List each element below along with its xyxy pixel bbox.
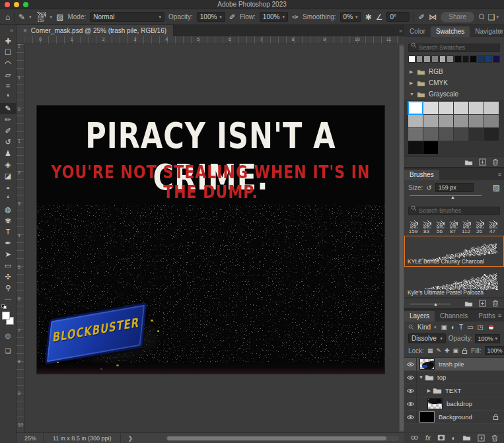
- thumbnail-size-slider[interactable]: ▲: [410, 301, 450, 306]
- brush-preset-picker[interactable]: 159: [36, 11, 46, 23]
- close-window-button[interactable]: [5, 2, 10, 7]
- quick-mask-icon[interactable]: ◎: [5, 331, 11, 341]
- brush-preset[interactable]: KYLE Bonus Chunky Charcoal: [404, 236, 504, 267]
- pasteboard[interactable]: PIRACY ISN'T A CRIME. YOU'RE NOT STEALIN…: [24, 44, 399, 432]
- swatch-group-cmyk[interactable]: ▶CMYK: [404, 77, 504, 88]
- foreground-color-chip[interactable]: [2, 312, 10, 320]
- swatch[interactable]: [423, 128, 438, 141]
- pressure-size-icon[interactable]: ✐: [418, 13, 425, 21]
- brush-angle-input[interactable]: 0°: [386, 12, 410, 22]
- tool-hand-tool[interactable]: ✣: [0, 271, 17, 283]
- layer-visibility-toggle[interactable]: [404, 358, 417, 370]
- swatch[interactable]: [462, 55, 470, 63]
- smoothing-gear-icon[interactable]: ✱: [365, 13, 372, 21]
- brush-tip[interactable]: 47: [486, 220, 499, 234]
- filter-toggle-icon[interactable]: [489, 325, 493, 329]
- chevron-down-icon[interactable]: ▾: [50, 15, 53, 20]
- layer-visibility-toggle[interactable]: [404, 384, 417, 397]
- brush-tip[interactable]: 56: [433, 220, 446, 234]
- layer-effects-icon[interactable]: fx: [425, 434, 431, 442]
- tool-eyedropper-tool[interactable]: ❜: [0, 92, 17, 103]
- lock-transparency-icon[interactable]: ▦: [427, 347, 433, 354]
- brush-settings-panel-toggle-icon[interactable]: ▨: [56, 13, 63, 21]
- lock-artboard-icon[interactable]: ▣: [453, 347, 459, 354]
- foreground-background-colors[interactable]: [1, 308, 15, 325]
- new-layer-group-icon[interactable]: [462, 434, 471, 441]
- tool-rectangle-tool[interactable]: ▭: [0, 260, 17, 271]
- flow-dropdown[interactable]: 100%▾: [260, 12, 288, 22]
- ruler-corner[interactable]: [17, 36, 24, 44]
- horizontal-scrollbar[interactable]: [166, 436, 399, 441]
- tool-dodge-tool[interactable]: ◍: [0, 204, 17, 215]
- search-icon[interactable]: [478, 13, 484, 21]
- add-layer-mask-icon[interactable]: [437, 434, 445, 441]
- delete-swatch-icon[interactable]: [492, 158, 499, 166]
- brush-tool-icon[interactable]: ✎: [18, 13, 25, 21]
- layer-visibility-toggle[interactable]: [404, 411, 417, 423]
- close-tab-icon[interactable]: ×: [23, 27, 27, 34]
- new-brush-group-icon[interactable]: [464, 300, 473, 307]
- minimize-window-button[interactable]: [14, 2, 19, 7]
- document-tab[interactable]: × Comer_mask.psd @ 25% (trash pile, RGB/…: [17, 25, 174, 36]
- swatch[interactable]: [486, 55, 493, 63]
- chevron-down-icon[interactable]: ▾: [29, 15, 32, 20]
- slider-thumb[interactable]: ▲: [450, 195, 455, 199]
- swatch[interactable]: [408, 141, 423, 154]
- brush-tip[interactable]: 26: [473, 220, 486, 234]
- swatch[interactable]: [470, 55, 477, 63]
- symmetry-butterfly-icon[interactable]: ⋈: [429, 13, 437, 21]
- brush-size-input[interactable]: 159 px: [435, 183, 474, 192]
- smoothing-dropdown[interactable]: 0%▾: [340, 12, 361, 22]
- swatch[interactable]: [439, 115, 453, 127]
- link-layers-icon[interactable]: [410, 435, 419, 440]
- layer-row[interactable]: ▶TEXT: [404, 384, 504, 397]
- edit-toolbar-icon[interactable]: …: [5, 294, 11, 303]
- airbrush-icon[interactable]: ✑: [292, 13, 299, 21]
- filter-pixel-layers-icon[interactable]: ▣: [441, 324, 447, 331]
- tool-history-brush-tool[interactable]: ↺: [0, 137, 17, 148]
- chevron-right-icon[interactable]: ▶: [410, 81, 414, 86]
- tab-paths[interactable]: Paths: [473, 311, 501, 322]
- tab-overflow-icon[interactable]: »: [399, 28, 404, 34]
- screen-mode-icon[interactable]: ❏: [5, 346, 11, 356]
- lock-image-icon[interactable]: ✎: [436, 347, 441, 354]
- search-brushes-input[interactable]: [408, 207, 500, 215]
- tool-pattern-stamp-tool[interactable]: ◈: [0, 159, 17, 170]
- new-group-icon[interactable]: [464, 159, 473, 166]
- swatch[interactable]: [408, 128, 423, 141]
- swatch[interactable]: [423, 115, 438, 127]
- tool-object-selection-tool[interactable]: ▱: [0, 69, 17, 81]
- layer-fill-input[interactable]: 100%▾: [485, 346, 504, 355]
- tool-pencil-tool[interactable]: ✏: [0, 114, 17, 125]
- tool-lasso-tool[interactable]: ◠: [0, 58, 17, 69]
- opacity-dropdown[interactable]: 100%▾: [197, 12, 225, 22]
- eye-icon[interactable]: [406, 401, 415, 407]
- swatch[interactable]: [484, 102, 499, 114]
- layer-row[interactable]: backdrop: [404, 397, 504, 411]
- swatch[interactable]: [408, 115, 423, 127]
- status-chevron-icon[interactable]: ❯: [121, 435, 139, 442]
- swatch[interactable]: [439, 102, 453, 114]
- tab-swatches[interactable]: Swatches: [431, 26, 470, 37]
- pressure-opacity-icon[interactable]: ✐: [229, 13, 236, 21]
- layer-visibility-toggle[interactable]: [404, 371, 417, 384]
- tool-mixer-brush-tool[interactable]: ✐: [0, 125, 17, 137]
- swatch[interactable]: [447, 55, 454, 63]
- swatch[interactable]: [493, 55, 500, 63]
- blend-mode-dropdown[interactable]: Dissolve▾: [408, 333, 446, 343]
- zoom-window-button[interactable]: [23, 2, 28, 7]
- tools-collapse-icon[interactable]: »: [10, 25, 16, 36]
- tool-type-tool[interactable]: T: [0, 226, 17, 238]
- layer-row[interactable]: trash pile: [404, 358, 504, 371]
- swatch[interactable]: [408, 102, 423, 114]
- swatch[interactable]: [469, 128, 484, 141]
- swatch[interactable]: [431, 55, 439, 63]
- brush-settings-toggle-icon[interactable]: ▨: [493, 183, 500, 192]
- tab-color[interactable]: Color: [404, 26, 431, 37]
- lock-all-icon[interactable]: [462, 347, 468, 355]
- swatch[interactable]: [454, 128, 468, 141]
- tool-crop-tool[interactable]: ⌗: [0, 81, 17, 92]
- swatch[interactable]: [484, 128, 499, 141]
- swatch[interactable]: [478, 55, 485, 63]
- tool-marquee-tool[interactable]: ☐: [0, 47, 17, 58]
